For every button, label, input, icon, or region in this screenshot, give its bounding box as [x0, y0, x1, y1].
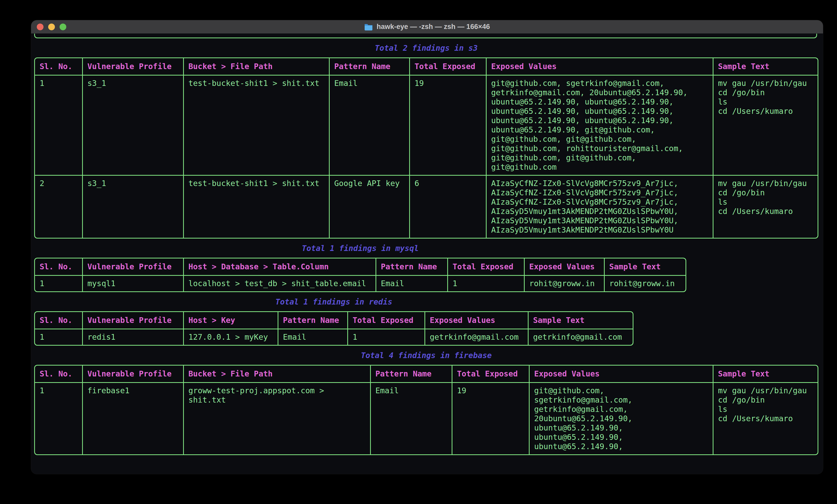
table-header-cell: Sl. No. — [35, 259, 82, 276]
table-cell: mysql1 — [82, 276, 183, 292]
section-title: Total 4 findings in firebase — [34, 351, 818, 360]
table-cell: 19 — [452, 382, 529, 454]
table-cell: AIzaSyCfNZ-IZx0-SlVcVg8MCr575zv9_Ar7jLc,… — [486, 175, 713, 238]
section-mysql: Total 1 findings in mysql Sl. No.Vulnera… — [34, 244, 686, 292]
table-header-cell: Exposed Values — [524, 259, 604, 276]
table-cell: Google API key — [329, 175, 409, 238]
table-header-cell: Pattern Name — [370, 366, 452, 382]
table-header-cell: Total Exposed — [409, 58, 486, 75]
table-cell: Email — [370, 382, 452, 454]
table-header-cell: Sample Text — [713, 58, 818, 75]
table-cell: Email — [278, 329, 348, 345]
table-cell: 1 — [35, 75, 82, 175]
table-cell: 1 — [35, 276, 82, 292]
table-header-cell: Exposed Values — [529, 366, 713, 382]
table-cell: 6 — [409, 175, 486, 238]
table-header-cell: Pattern Name — [278, 312, 348, 329]
table-cell: s3_1 — [82, 75, 183, 175]
table-header-cell: Sl. No. — [35, 312, 82, 329]
table-cell: rohit@groww.in — [604, 276, 685, 292]
table-header-cell: Pattern Name — [329, 58, 409, 75]
table-cell: 2 — [35, 175, 82, 238]
table-header-cell: Sl. No. — [35, 58, 82, 75]
table-cell: test-bucket-shit1 > shit.txt — [183, 175, 329, 238]
traffic-lights — [37, 20, 66, 33]
titlebar[interactable]: hawk-eye — -zsh — zsh — 166×46 — [31, 20, 823, 34]
table-cell: Email — [376, 276, 447, 292]
table-row: 1s3_1test-bucket-shit1 > shit.txtEmail19… — [35, 75, 818, 175]
findings-table: Sl. No.Vulnerable ProfileBucket > File P… — [34, 57, 818, 239]
table-header-cell: Vulnerable Profile — [82, 58, 183, 75]
table-cell: 1 — [35, 329, 82, 345]
table-cell: test-bucket-shit1 > shit.txt — [183, 75, 329, 175]
findings-table: Sl. No.Vulnerable ProfileHost > Database… — [34, 258, 686, 292]
table-cell: 19 — [409, 75, 486, 175]
table-cell: rohit@groww.in — [524, 276, 604, 292]
table-row: 2s3_1test-bucket-shit1 > shit.txtGoogle … — [35, 175, 818, 238]
zoom-button[interactable] — [59, 23, 66, 30]
table-header-cell: Pattern Name — [376, 259, 447, 276]
close-button[interactable] — [37, 23, 43, 30]
table-cell: getrkinfo@gmail.com — [425, 329, 528, 345]
table-cell: Email — [329, 75, 409, 175]
table-cell: redis1 — [82, 329, 183, 345]
table-header-row: Sl. No.Vulnerable ProfileHost > Database… — [35, 259, 685, 276]
table-header-cell: Vulnerable Profile — [82, 312, 183, 329]
findings-table: Sl. No.Vulnerable ProfileHost > KeyPatte… — [34, 311, 634, 346]
table-header-cell: Bucket > File Path — [183, 58, 329, 75]
minimize-button[interactable] — [48, 23, 55, 30]
table-cell: localhost > test_db > shit_table.email — [183, 276, 376, 292]
table-cell: mv gau /usr/bin/gau cd /go/bin ls cd /Us… — [713, 382, 818, 454]
previous-table-bottom-edge — [34, 34, 817, 38]
table-header-cell: Total Exposed — [447, 259, 524, 276]
table-cell: 1 — [348, 329, 425, 345]
table-cell: mv gau /usr/bin/gau cd /go/bin ls cd /Us… — [713, 75, 818, 175]
table-cell: 127.0.0.1 > myKey — [183, 329, 278, 345]
section-title: Total 2 findings in s3 — [34, 43, 818, 53]
table-cell: git@github.com, sgetrkinfo@gmail.com, ge… — [486, 75, 713, 175]
table-row: 1firebase1groww-test-proj.appspot.com > … — [35, 382, 818, 454]
table-header-cell: Exposed Values — [425, 312, 528, 329]
window-title-text: hawk-eye — -zsh — zsh — 166×46 — [376, 23, 490, 31]
sections: Total 2 findings in s3 Sl. No.Vulnerable… — [34, 43, 823, 455]
table-header-cell: Vulnerable Profile — [82, 259, 183, 276]
table-header-cell: Host > Database > Table.Column — [183, 259, 376, 276]
terminal-screen[interactable]: Total 2 findings in s3 Sl. No.Vulnerable… — [31, 34, 823, 455]
section-s3: Total 2 findings in s3 Sl. No.Vulnerable… — [34, 43, 818, 239]
table-row: 1mysql1localhost > test_db > shit_table.… — [35, 276, 685, 292]
table-header-row: Sl. No.Vulnerable ProfileHost > KeyPatte… — [35, 312, 633, 329]
table-header-cell: Total Exposed — [452, 366, 529, 382]
table-header-cell: Bucket > File Path — [183, 366, 370, 382]
section-redis: Total 1 findings in redis Sl. No.Vulnera… — [34, 297, 634, 346]
table-cell: 1 — [447, 276, 524, 292]
table-header-cell: Exposed Values — [486, 58, 713, 75]
table-header-cell: Sl. No. — [35, 366, 82, 382]
table-header-cell: Sample Text — [528, 312, 633, 329]
table-cell: 1 — [35, 382, 82, 454]
table-header-cell: Host > Key — [183, 312, 278, 329]
table-cell: groww-test-proj.appspot.com > shit.txt — [183, 382, 370, 454]
section-title: Total 1 findings in mysql — [34, 244, 686, 253]
table-row: 1redis1127.0.0.1 > myKeyEmail1getrkinfo@… — [35, 329, 633, 345]
table-cell: git@github.com, sgetrkinfo@gmail.com, ge… — [529, 382, 713, 454]
table-header-row: Sl. No.Vulnerable ProfileBucket > File P… — [35, 58, 818, 75]
section-title: Total 1 findings in redis — [34, 297, 634, 306]
table-header-cell: Vulnerable Profile — [82, 366, 183, 382]
table-cell: s3_1 — [82, 175, 183, 238]
window-title: hawk-eye — -zsh — zsh — 166×46 — [364, 23, 490, 31]
section-firebase: Total 4 findings in firebase Sl. No.Vuln… — [34, 351, 818, 455]
table-header-cell: Sample Text — [713, 366, 818, 382]
table-header-row: Sl. No.Vulnerable ProfileBucket > File P… — [35, 366, 818, 382]
terminal-window: hawk-eye — -zsh — zsh — 166×46 Total 2 f… — [31, 20, 823, 474]
table-cell: mv gau /usr/bin/gau cd /go/bin ls cd /Us… — [713, 175, 818, 238]
findings-table: Sl. No.Vulnerable ProfileBucket > File P… — [34, 365, 818, 455]
table-header-cell: Total Exposed — [348, 312, 425, 329]
table-cell: firebase1 — [82, 382, 183, 454]
table-header-cell: Sample Text — [604, 259, 685, 276]
folder-icon — [364, 23, 373, 31]
table-cell: getrkinfo@gmail.com — [528, 329, 633, 345]
